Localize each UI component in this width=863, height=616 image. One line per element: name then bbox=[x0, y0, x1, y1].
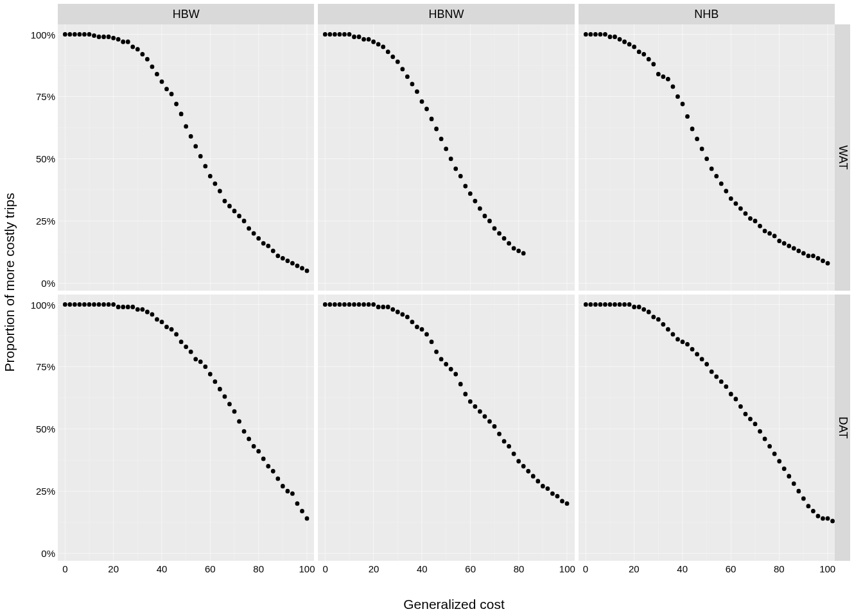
data-point bbox=[401, 312, 405, 317]
data-point bbox=[357, 35, 362, 39]
data-point bbox=[160, 320, 164, 324]
data-point bbox=[464, 184, 468, 189]
data-point bbox=[454, 166, 458, 171]
data-point bbox=[145, 310, 150, 314]
data-point bbox=[170, 327, 174, 332]
data-point bbox=[223, 394, 227, 398]
data-point bbox=[164, 325, 169, 329]
data-point bbox=[497, 432, 501, 436]
data-point bbox=[150, 312, 155, 317]
data-point bbox=[753, 219, 757, 223]
data-point bbox=[487, 219, 492, 223]
data-point bbox=[362, 302, 367, 307]
data-point bbox=[478, 206, 482, 210]
data-point bbox=[651, 62, 656, 67]
data-point bbox=[704, 157, 709, 161]
data-point bbox=[767, 444, 772, 449]
data-point bbox=[376, 42, 381, 47]
data-point bbox=[699, 146, 704, 151]
data-point bbox=[598, 302, 602, 307]
x-tick-label: 40 bbox=[157, 563, 168, 574]
panel-dat-nhb bbox=[579, 295, 835, 561]
data-point bbox=[666, 327, 670, 332]
data-point bbox=[281, 484, 285, 488]
data-point bbox=[449, 367, 453, 372]
data-point bbox=[709, 166, 713, 171]
data-point bbox=[493, 424, 497, 429]
data-point bbox=[483, 415, 487, 419]
x-ticks-nhb: 020406080100 bbox=[579, 561, 835, 578]
strip-top-hbw: HBW bbox=[58, 4, 314, 24]
data-point bbox=[160, 80, 164, 84]
data-point bbox=[271, 248, 275, 253]
data-point bbox=[266, 464, 270, 468]
data-point bbox=[627, 42, 631, 47]
data-point bbox=[593, 32, 598, 37]
data-point bbox=[811, 509, 815, 513]
data-point bbox=[140, 307, 144, 312]
data-point bbox=[237, 214, 241, 218]
data-point bbox=[347, 32, 352, 37]
data-point bbox=[781, 466, 786, 471]
panel-wat-nhb bbox=[579, 24, 835, 291]
data-point bbox=[762, 228, 767, 233]
data-point bbox=[386, 49, 390, 54]
data-point bbox=[444, 362, 449, 366]
data-point bbox=[208, 372, 213, 377]
data-point bbox=[588, 32, 593, 37]
data-point bbox=[252, 231, 256, 235]
data-point bbox=[121, 40, 125, 44]
data-point bbox=[777, 459, 781, 463]
x-tick-label: 40 bbox=[417, 563, 428, 574]
data-point bbox=[145, 57, 150, 62]
data-point bbox=[690, 347, 694, 352]
data-point bbox=[603, 32, 607, 37]
data-point bbox=[796, 248, 801, 253]
data-point bbox=[174, 332, 179, 337]
data-point bbox=[333, 302, 337, 307]
strip-right-col: WAT DAT bbox=[835, 24, 850, 561]
data-point bbox=[762, 436, 767, 441]
data-point bbox=[111, 302, 116, 307]
data-point bbox=[126, 305, 130, 309]
data-point bbox=[184, 345, 188, 349]
data-point bbox=[738, 404, 743, 409]
data-point bbox=[588, 302, 593, 307]
data-point bbox=[189, 134, 193, 139]
data-point bbox=[733, 397, 738, 401]
data-point bbox=[305, 517, 309, 521]
y-tick-label: 0% bbox=[41, 548, 55, 559]
data-point bbox=[376, 305, 381, 309]
y-tick-label: 50% bbox=[36, 424, 55, 434]
x-tick-label: 20 bbox=[369, 563, 379, 574]
data-point bbox=[82, 32, 87, 37]
data-point bbox=[338, 32, 342, 37]
data-point bbox=[656, 72, 661, 76]
data-point bbox=[507, 444, 512, 449]
data-point bbox=[607, 302, 612, 307]
data-point bbox=[227, 204, 232, 209]
data-point bbox=[420, 99, 424, 104]
x-tick-label: 0 bbox=[322, 563, 327, 574]
data-point bbox=[73, 302, 77, 307]
data-point bbox=[424, 332, 429, 337]
x-tick-label: 0 bbox=[583, 563, 588, 574]
data-point bbox=[546, 486, 550, 491]
data-point bbox=[213, 379, 217, 384]
data-point bbox=[213, 182, 217, 186]
x-tick-label: 60 bbox=[726, 563, 737, 574]
data-point bbox=[415, 89, 419, 94]
data-point bbox=[352, 35, 356, 39]
data-point bbox=[685, 114, 690, 119]
data-point bbox=[275, 253, 280, 258]
data-point bbox=[116, 305, 121, 309]
data-point bbox=[517, 459, 521, 463]
y-tick-label: 25% bbox=[36, 486, 55, 497]
y-tick-label: 75% bbox=[36, 361, 55, 372]
data-point bbox=[792, 246, 796, 251]
data-point bbox=[821, 259, 825, 263]
y-ticks-wat: 0%25%50%75%100% bbox=[24, 24, 55, 291]
data-point bbox=[748, 216, 753, 221]
data-point bbox=[584, 32, 588, 37]
data-point bbox=[63, 302, 67, 307]
